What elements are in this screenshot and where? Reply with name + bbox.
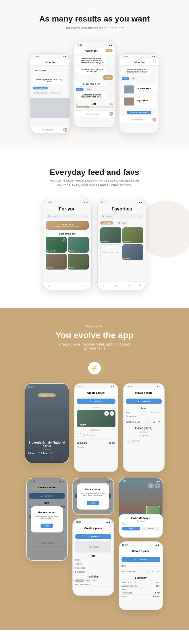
section-feed: Everyday feed and favs You will receive … — [0, 151, 189, 308]
fav-search[interactable]: 🔍 Search ⊞ — [100, 214, 143, 219]
cabo-route-btn[interactable]: Route — [141, 527, 160, 530]
function-label: Function — [77, 446, 84, 448]
no-btn[interactable]: No — [85, 88, 92, 91]
nav-route[interactable]: ↗ — [72, 284, 75, 287]
yes-btn[interactable]: Yes — [76, 88, 84, 91]
phone-create-route-mid: 15:37 ▲▲ Create a route ▲ publish 1st pl… — [74, 383, 118, 472]
cabo-distance: 8 km — [122, 523, 126, 525]
modal-place-okay-btn[interactable]: Okay — [87, 501, 99, 505]
publish-btn-place-summary[interactable]: ▲ publish — [122, 557, 160, 562]
best-time-label: Best time to visit — [126, 421, 140, 423]
section-label: Feature 05 — [6, 325, 183, 328]
name-row-place[interactable]: Name › — [73, 558, 113, 562]
add-place-right[interactable]: + Add place — [124, 438, 164, 444]
phone-cabo-result: 15:37 ▲▲ ✎ ♥ Cabo da Roca Portugal 8 km — [119, 478, 163, 538]
add-place-label: Add 3rd place — [83, 434, 95, 436]
helper-bot-card[interactable]: Helper bot Find the best places and rout… — [46, 221, 89, 230]
fav-grid: All group Portugal Create routes list Or… — [98, 226, 146, 261]
bot-badge: Bot — [106, 49, 113, 52]
place-add-photos[interactable]: + Add photos — [75, 541, 111, 553]
feed-card-2[interactable]: Coast — [68, 237, 89, 253]
helper-bot-sub: Find the best places and routes — [48, 226, 86, 227]
create-place-summary-title: Create a place — [119, 547, 163, 555]
divider-1 — [77, 439, 115, 440]
question-4: What is the maximum distance you can wal… — [76, 92, 108, 99]
fav-tab-places[interactable]: All places — [100, 221, 113, 225]
nav-route-2[interactable]: ↗ — [127, 284, 129, 287]
send-button-3[interactable]: ▶ — [152, 118, 156, 122]
chat-input-3[interactable]: Your message — [122, 119, 152, 121]
nav-map[interactable]: ◎ — [60, 284, 62, 287]
cabo-save-btn[interactable]: Save — [122, 527, 140, 530]
nav-profile[interactable]: ○ — [84, 284, 86, 287]
desc-row-place[interactable]: Description › — [73, 570, 113, 574]
chat-input-2[interactable]: Your message — [76, 113, 109, 115]
name-label: Name — [126, 411, 131, 413]
nav-favorites[interactable]: ♥ — [139, 284, 141, 287]
fav-icon-1[interactable]: ♡ — [62, 238, 66, 242]
fav-card-create[interactable]: Create routes list — [100, 244, 121, 260]
show-more-btn[interactable]: Show more places — [127, 111, 151, 114]
fav-card-1[interactable]: All group — [100, 227, 121, 243]
fav-card-4-label: Oregon — [124, 257, 130, 259]
fav-card-2[interactable]: Portugal — [122, 227, 143, 243]
distance-foot-row: Distance on foot 180 m — [122, 581, 160, 584]
nav-home[interactable]: ⌂ — [48, 284, 50, 287]
feed-card-3[interactable]: Kastilys — [46, 254, 67, 270]
triglav-card: Triglav ✎ ✕ — [77, 410, 115, 427]
quick-action-3[interactable]: Your money — [50, 91, 62, 94]
publish-btn-place-mid[interactable]: ▲ publish — [75, 534, 111, 539]
feed-card-4[interactable]: Azores — [68, 254, 89, 270]
triglav-label: Triglav — [78, 424, 86, 426]
create-route-time: 15:37 — [77, 385, 83, 388]
desc-value: › — [161, 415, 161, 417]
fav-time: 15:37 — [101, 201, 107, 204]
chat-bubble-2: What do you want me to help with? — [33, 77, 66, 84]
result-card-2[interactable]: Lagoa Hills ★★★★★ › — [122, 96, 156, 107]
hotel-row[interactable]: Hotel › — [119, 564, 163, 568]
cabo-fav-btn[interactable]: ♥ — [155, 483, 160, 489]
send-button[interactable]: ▶ — [63, 128, 67, 132]
publish-btn-mid[interactable]: ▲ publish — [77, 399, 115, 404]
facility-tag-3[interactable]: WC — [92, 579, 98, 582]
delete-icon[interactable]: ✕ — [110, 411, 114, 416]
summary-label: Summary — [77, 442, 87, 444]
quick-action-1[interactable]: What can I do? — [33, 87, 48, 89]
fav-tab-routes[interactable]: All routes — [116, 221, 129, 225]
name-row[interactable]: Name Enter name — [124, 410, 164, 414]
create-route-right-time: 15:37 — [126, 385, 132, 388]
cat-row-place[interactable]: Categories › — [73, 566, 113, 570]
second-place-label: 2nd place — [74, 428, 118, 432]
yes-btn-2[interactable]: Yes — [122, 77, 129, 80]
send-button-2[interactable]: ▶ — [109, 112, 113, 116]
fav-card-4[interactable]: Oregon — [122, 244, 143, 260]
cabo-edit-btn[interactable]: ✎ — [148, 483, 154, 489]
modal-route-okay-btn[interactable]: Okay — [41, 524, 53, 528]
phone-create-place-summary: 15:37 ▲▲ Create a place ▲ publish Hotel … — [119, 541, 163, 610]
feed-card-1[interactable]: ♡ Oriental Tern — [46, 237, 67, 253]
addr-row-place[interactable]: Address › — [73, 562, 113, 566]
publish-btn-right[interactable]: ▲ publish — [126, 399, 162, 404]
quick-action-2[interactable]: Find the quietest — [33, 91, 49, 94]
slider-handle[interactable] — [86, 106, 89, 108]
lightning-icon: ⚡ — [88, 362, 101, 374]
nav-home-2[interactable]: ⌂ — [103, 284, 105, 287]
facility-tag-2[interactable]: WiFi — [85, 579, 91, 582]
stepper-plus[interactable]: + — [158, 420, 162, 424]
chat-input[interactable]: Your message — [33, 129, 63, 131]
facility-tag-1[interactable]: Parking — [75, 579, 84, 582]
phone-create-route-small: 15:37 ▲▲ Create a route ▲ publish Info N… — [26, 478, 68, 561]
nav-map-2[interactable]: ◎ — [114, 284, 117, 287]
no-btn-2[interactable]: No — [130, 77, 137, 80]
add-place-row[interactable]: + Add 3rd place — [74, 432, 118, 438]
desc-row[interactable]: Description › — [124, 414, 164, 418]
summary-stepper-plus[interactable]: + — [156, 569, 160, 573]
add-icon-right: + — [126, 439, 130, 443]
stepper-minus[interactable]: - — [147, 420, 151, 424]
summary-stepper-minus[interactable]: - — [145, 569, 149, 573]
popular-route-btn[interactable]: Popular route — [38, 393, 56, 397]
edit-icon[interactable]: ✎ — [104, 411, 109, 416]
result-card-1[interactable]: Cabo da Roca ★★★★☆ › — [122, 84, 156, 95]
section2-title: Everyday feed and favs — [6, 168, 183, 177]
feed-search[interactable]: 🔍 Search ⊞ — [46, 214, 89, 219]
